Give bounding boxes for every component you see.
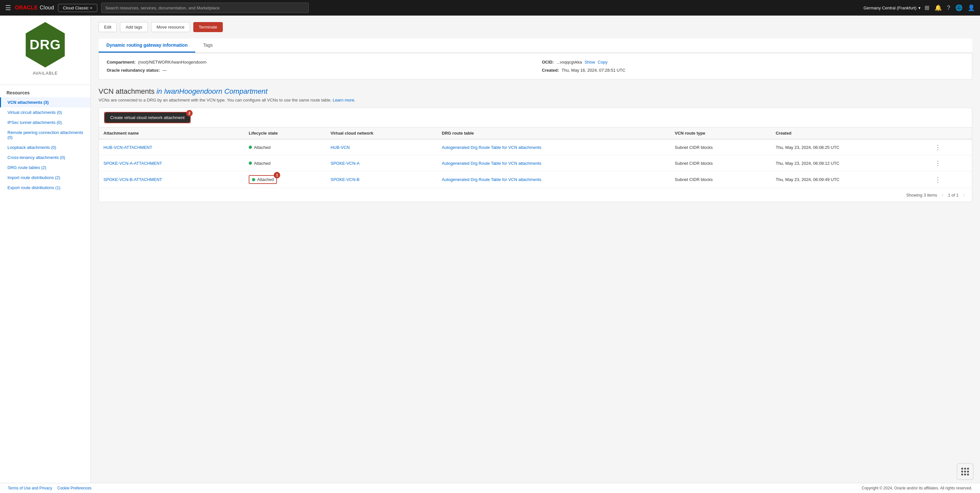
status-text: Attached [257, 177, 274, 182]
sidebar: DRG AVAILABLE Resources VCN attachments … [0, 16, 91, 493]
region-selector[interactable]: Germany Central (Frankfurt) ▾ [864, 5, 921, 10]
vcn-attachments-table-container: Create virtual cloud network attachment … [99, 108, 972, 202]
sidebar-item-4[interactable]: Loopback attachments (0) [0, 142, 91, 153]
vcn-link[interactable]: SPOKE-VCN-B [331, 177, 360, 182]
created-date: Thu, May 23, 2024, 06:09:49 UTC [771, 171, 928, 188]
create-button-highlight: Create virtual cloud network attachment … [104, 112, 191, 123]
col-header-menu [928, 127, 972, 139]
col-header-3: DRG route table [437, 127, 670, 139]
copyright-text: Copyright © 2024, Oracle and/or its affi… [862, 486, 972, 490]
resources-section-title: Resources [0, 87, 91, 97]
cookies-link[interactable]: Cookie Preferences [57, 486, 91, 490]
attachments-table: Attachment nameLifecycle stateVirtual cl… [99, 127, 972, 188]
ocid-row: OCID: ...vxqqcgvkka Show Copy [542, 60, 964, 65]
row-actions-menu[interactable]: ⋮ [932, 158, 944, 168]
vcn-section-header: VCN attachments in IwanHoogendoorn Compa… [99, 87, 972, 102]
drg-hexagon-icon: DRG [23, 22, 68, 67]
tab-tags[interactable]: Tags [195, 38, 221, 52]
main-content: Edit Add tags Move resource Terminate Dy… [91, 16, 980, 493]
globe-icon[interactable]: 🌐 [955, 4, 963, 11]
drg-route-table-link[interactable]: Autogenerated Drg Route Table for VCN at… [442, 145, 541, 150]
drg-route-table-link[interactable]: Autogenerated Drg Route Table for VCN at… [442, 161, 541, 166]
hamburger-menu-icon[interactable]: ☰ [5, 4, 11, 12]
search-bar[interactable] [101, 3, 309, 13]
ocid-value: ...vxqqcgvkka [557, 60, 582, 65]
status-dot-icon [249, 162, 252, 165]
sidebar-item-1[interactable]: Virtual circuit attachments (0) [0, 107, 91, 118]
page-indicator: 1 of 1 [948, 192, 959, 197]
lifecycle-state: Attached [249, 145, 321, 150]
table-row: SPOKE-VCN-A-ATTACHMENTAttachedSPOKE-VCN-… [99, 155, 972, 171]
sidebar-item-0[interactable]: VCN attachments (3) [0, 97, 91, 107]
status-dot-icon [252, 178, 255, 181]
created-date: Thu, May 23, 2024, 06:08:25 UTC [771, 139, 928, 155]
tab-drg-info[interactable]: Dynamic routing gateway information [99, 38, 195, 52]
region-label: Germany Central (Frankfurt) [864, 5, 916, 10]
vcn-link[interactable]: SPOKE-VCN-A [331, 161, 360, 166]
info-right: OCID: ...vxqqcgvkka Show Copy Created: T… [542, 60, 964, 73]
sidebar-item-8[interactable]: Export route distributions (1) [0, 183, 91, 192]
create-vcn-attachment-button[interactable]: Create virtual cloud network attachment [105, 113, 190, 122]
sidebar-item-5[interactable]: Cross-tenancy attachments (0) [0, 153, 91, 162]
terms-link[interactable]: Terms of Use and Privacy [8, 486, 52, 490]
showing-items: Showing 3 items [906, 192, 937, 197]
move-resource-button[interactable]: Move resource [151, 22, 190, 32]
user-avatar[interactable]: 👤 [968, 4, 975, 11]
sidebar-item-3[interactable]: Remote peering connection attachments (0… [0, 127, 91, 142]
table-row: HUB-VCN-ATTACHMENTAttachedHUB-VCNAutogen… [99, 139, 972, 155]
col-header-0: Attachment name [99, 127, 244, 139]
page-footer: Terms of Use and Privacy Cookie Preferen… [0, 483, 980, 493]
terminate-button[interactable]: Terminate [193, 22, 223, 32]
vcn-section-title: VCN attachments in IwanHoogendoorn Compa… [99, 87, 972, 96]
sidebar-item-7[interactable]: Import route distributions (2) [0, 173, 91, 183]
oracle-redundancy-value: — [162, 68, 167, 73]
ocid-show-link[interactable]: Show [585, 60, 595, 65]
action-toolbar: Edit Add tags Move resource Terminate [99, 22, 972, 32]
chevron-down-icon: ▾ [918, 5, 921, 10]
ocid-label: OCID: [542, 60, 554, 65]
drg-status-label: AVAILABLE [33, 71, 58, 76]
oracle-redundancy-row: Oracle redundancy status: — [107, 68, 529, 73]
attachment-name-link[interactable]: SPOKE-VCN-B-ATTACHMENT [103, 177, 162, 182]
table-toolbar: Create virtual cloud network attachment … [99, 108, 972, 127]
add-tags-button[interactable]: Add tags [120, 22, 148, 32]
attachment-name-link[interactable]: HUB-VCN-ATTACHMENT [103, 145, 152, 150]
help-dots-row2 [961, 471, 969, 472]
vcn-link[interactable]: HUB-VCN [331, 145, 350, 150]
top-navigation: ☰ ORACLE Cloud Cloud Classic > Germany C… [0, 0, 980, 16]
attachment-name-link[interactable]: SPOKE-VCN-A-ATTACHMENT [103, 161, 162, 166]
help-icon[interactable]: ? [947, 5, 950, 11]
sidebar-item-6[interactable]: DRG route tables (2) [0, 162, 91, 173]
sidebar-items-list: VCN attachments (3)Virtual circuit attac… [0, 97, 91, 192]
drg-icon-wrapper: DRG AVAILABLE [0, 22, 91, 82]
oracle-logo: ORACLE Cloud [15, 5, 54, 11]
lifecycle-state: Attached [249, 161, 321, 166]
row-actions-menu[interactable]: ⋮ [932, 175, 944, 184]
sidebar-item-2[interactable]: IPSec tunnel attachments (0) [0, 118, 91, 127]
vcn-section-description: VCNs are connected to a DRG by an attach… [99, 98, 972, 102]
drg-route-table-link[interactable]: Autogenerated Drg Route Table for VCN at… [442, 177, 541, 182]
table-header-row: Attachment nameLifecycle stateVirtual cl… [99, 127, 972, 139]
info-card: Compartment: (root)/NETWORK/IwanHoogendo… [99, 53, 972, 80]
ocid-copy-link[interactable]: Copy [598, 60, 608, 65]
help-widget[interactable] [957, 463, 974, 480]
status-text: Attached [254, 145, 270, 150]
next-page-button[interactable]: › [961, 191, 967, 199]
created-label: Created: [542, 68, 559, 73]
prev-page-button[interactable]: ‹ [940, 191, 945, 199]
vcn-route-type: Subnet CIDR blocks [670, 139, 771, 155]
info-grid: Compartment: (root)/NETWORK/IwanHoogendo… [107, 60, 964, 73]
row-actions-menu[interactable]: ⋮ [932, 142, 944, 152]
created-date: Thu, May 23, 2024, 06:09:12 UTC [771, 155, 928, 171]
table-body: HUB-VCN-ATTACHMENTAttachedHUB-VCNAutogen… [99, 139, 972, 188]
bell-icon[interactable]: 🔔 [935, 4, 942, 11]
console-icon[interactable]: ⊞ [924, 4, 929, 11]
cloud-classic-button[interactable]: Cloud Classic > [58, 4, 97, 12]
info-left: Compartment: (root)/NETWORK/IwanHoogendo… [107, 60, 529, 73]
info-tabs: Dynamic routing gateway information Tags [99, 38, 972, 53]
compartment-row: Compartment: (root)/NETWORK/IwanHoogendo… [107, 60, 529, 65]
learn-more-link[interactable]: Learn more [333, 98, 354, 102]
compartment-value: (root)/NETWORK/IwanHoogendoorn [138, 60, 207, 65]
edit-button[interactable]: Edit [99, 22, 117, 32]
search-input[interactable] [105, 5, 304, 10]
